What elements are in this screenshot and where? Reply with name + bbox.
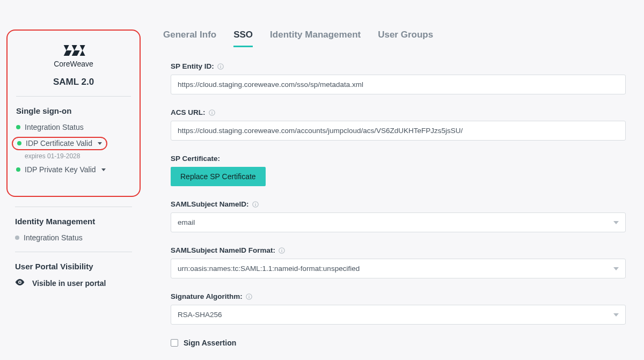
tab-identity-management[interactable]: Identity Management xyxy=(270,30,361,47)
divider xyxy=(15,252,132,252)
portal-section-title: User Portal Visibility xyxy=(15,262,132,271)
chevron-down-icon xyxy=(613,267,619,270)
acs-url-label: ACS URL: xyxy=(171,108,206,116)
sp-entity-id-label: SP Entity ID: xyxy=(171,62,214,70)
nameid-label: SAMLSubject NameID: xyxy=(171,200,249,208)
checkbox-icon xyxy=(171,339,178,347)
status-dot-icon xyxy=(16,125,20,129)
field-sign-assertion: Sign Assertion xyxy=(171,339,626,347)
sso-section-title: Single sign-on xyxy=(16,106,131,115)
nameid-format-label: SAMLSubject NameID Format: xyxy=(171,246,275,254)
field-sp-entity-id: SP Entity ID: i https://cloud.staging.co… xyxy=(171,62,626,94)
field-acs-url: ACS URL: i https://cloud.staging.corewea… xyxy=(171,108,626,141)
idm-integration-status[interactable]: Integration Status xyxy=(15,233,132,242)
nameid-format-select[interactable]: urn:oasis:names:tc:SAML:1.1:nameid-forma… xyxy=(171,259,626,278)
highlight-pill: IDP Certificate Valid xyxy=(12,137,107,150)
svg-point-0 xyxy=(19,282,21,283)
field-sp-certificate: SP Certificate: Replace SP Certificate xyxy=(171,155,626,186)
logo-name: CoreWeave xyxy=(16,60,131,68)
sp-certificate-label: SP Certificate: xyxy=(171,155,220,163)
info-icon[interactable]: i xyxy=(209,109,215,116)
select-value: urn:oasis:names:tc:SAML:1.1:nameid-forma… xyxy=(178,265,360,273)
select-value: RSA-SHA256 xyxy=(178,311,222,319)
replace-sp-certificate-button[interactable]: Replace SP Certificate xyxy=(171,167,266,186)
status-integration[interactable]: Integration Status xyxy=(16,123,131,131)
info-icon[interactable]: i xyxy=(279,247,285,254)
status-label: Integration Status xyxy=(25,123,84,131)
field-nameid: SAMLSubject NameID: i email xyxy=(171,200,626,232)
status-dot-icon xyxy=(16,167,20,172)
main-content: General Info SSO Identity Management Use… xyxy=(141,0,644,360)
status-label: Integration Status xyxy=(24,233,83,242)
input-value: https://cloud.staging.coreweave.com/sso/… xyxy=(178,80,363,89)
chevron-down-icon xyxy=(613,313,619,317)
svg-text:i: i xyxy=(248,295,250,299)
sign-assertion-checkbox[interactable]: Sign Assertion xyxy=(171,339,626,347)
coreweave-logo-icon xyxy=(60,42,87,58)
protocol-title: SAML 2.0 xyxy=(16,77,131,96)
tabs: General Info SSO Identity Management Use… xyxy=(163,30,631,47)
checkbox-label: Sign Assertion xyxy=(184,339,236,347)
svg-text:i: i xyxy=(281,248,282,253)
eye-icon xyxy=(15,278,25,288)
svg-text:i: i xyxy=(211,111,212,115)
tab-user-groups[interactable]: User Groups xyxy=(378,30,433,47)
idm-section-title: Identity Management xyxy=(15,217,132,226)
status-dot-icon xyxy=(17,141,21,145)
tab-sso[interactable]: SSO xyxy=(233,30,253,47)
status-label: IDP Certificate Valid xyxy=(26,139,92,148)
portal-visibility[interactable]: Visible in user portal xyxy=(15,278,132,288)
portal-visibility-label: Visible in user portal xyxy=(32,279,106,288)
info-icon[interactable]: i xyxy=(246,293,252,300)
field-signature-algorithm: Signature Algorithm: i RSA-SHA256 xyxy=(171,292,626,325)
cert-expiry: expires 01-19-2028 xyxy=(25,152,131,160)
status-idp-key[interactable]: IDP Private Key Valid xyxy=(16,165,131,174)
sidebar-highlight-box: CoreWeave SAML 2.0 Single sign-on Integr… xyxy=(6,30,141,197)
status-label: IDP Private Key Valid xyxy=(25,165,96,174)
status-dot-icon xyxy=(15,236,19,240)
divider xyxy=(15,207,132,207)
info-icon[interactable]: i xyxy=(217,63,224,70)
tab-general-info[interactable]: General Info xyxy=(163,30,216,47)
chevron-down-icon xyxy=(101,168,106,171)
sig-algo-label: Signature Algorithm: xyxy=(171,292,243,300)
sidebar-below: Identity Management Integration Status U… xyxy=(6,197,141,302)
input-value: https://cloud.staging.coreweave.com/acco… xyxy=(178,127,463,135)
app-logo: CoreWeave xyxy=(16,36,131,77)
info-icon[interactable]: i xyxy=(252,201,259,208)
divider xyxy=(16,96,131,97)
chevron-down-icon xyxy=(613,221,619,224)
nameid-select[interactable]: email xyxy=(171,212,626,232)
field-nameid-format: SAMLSubject NameID Format: i urn:oasis:n… xyxy=(171,246,626,278)
svg-text:i: i xyxy=(254,202,255,207)
select-value: email xyxy=(178,218,195,226)
acs-url-input[interactable]: https://cloud.staging.coreweave.com/acco… xyxy=(171,121,626,141)
sig-algo-select[interactable]: RSA-SHA256 xyxy=(171,305,626,325)
sp-entity-id-input[interactable]: https://cloud.staging.coreweave.com/sso/… xyxy=(171,75,626,94)
chevron-down-icon xyxy=(98,142,102,145)
status-idp-cert[interactable]: IDP Certificate Valid xyxy=(16,137,131,150)
svg-text:i: i xyxy=(220,64,221,69)
